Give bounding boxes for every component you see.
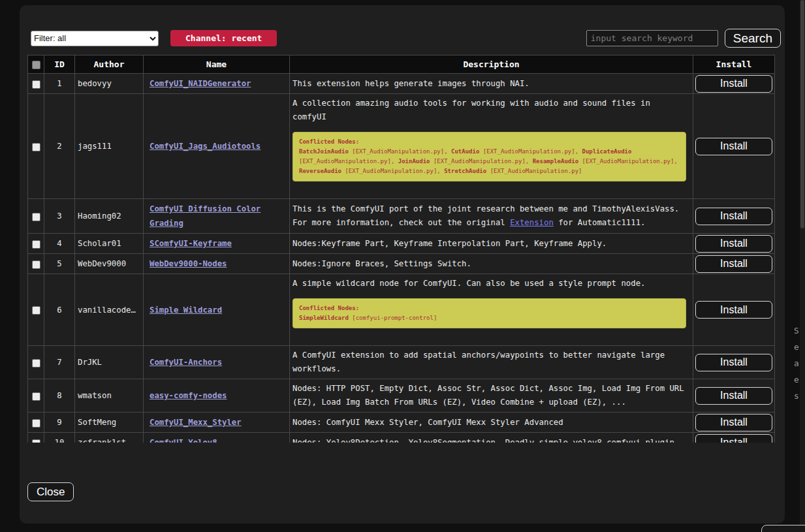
extension-name-link[interactable]: ComfyUI_Jags_Audiotools: [150, 142, 260, 151]
row-checkbox[interactable]: [32, 80, 40, 89]
row-install-cell: Install: [693, 379, 775, 413]
custom-nodes-table: ID Author Name Description Install 1bedo…: [27, 55, 775, 443]
extension-name-link[interactable]: ComfyUI Yolov8: [150, 438, 217, 443]
install-button[interactable]: Install: [695, 235, 772, 253]
conflicted-nodes-title: Conflicted Nodes:: [299, 304, 680, 313]
row-author: SoftMeng: [75, 413, 144, 433]
table-header-row: ID Author Name Description Install: [28, 55, 775, 74]
partial-hidden-button[interactable]: [761, 525, 805, 532]
row-description: A collection amazing audio tools for wor…: [290, 94, 693, 199]
conflicted-node-source: [comfyui-prompt-control]: [352, 315, 437, 321]
row-checkbox-cell: [28, 94, 44, 199]
row-checkbox[interactable]: [32, 439, 40, 443]
row-install-cell: Install: [693, 433, 775, 443]
conflicted-nodes-title: Conflicted Nodes:: [299, 137, 680, 147]
row-name-cell: Simple Wildcard: [144, 274, 290, 346]
row-checkbox[interactable]: [32, 143, 40, 151]
row-checkbox-cell: [28, 254, 44, 274]
install-button[interactable]: Install: [695, 138, 772, 155]
install-button[interactable]: Install: [695, 301, 772, 319]
extension-name-link[interactable]: easy-comfy-nodes: [150, 391, 227, 400]
extension-name-link[interactable]: Simple Wildcard: [150, 305, 222, 315]
conflicted-node-source: [EXT_AudioManipulation.py]: [345, 168, 437, 174]
row-install-cell: Install: [693, 234, 775, 254]
install-button[interactable]: Install: [695, 387, 772, 405]
row-checkbox[interactable]: [32, 260, 40, 269]
row-author: wmatson: [75, 379, 144, 413]
row-checkbox-cell: [28, 274, 44, 346]
row-name-cell: ComfyUI_Mexx_Styler: [144, 413, 290, 433]
extension-name-link[interactable]: WebDev9000-Nodes: [150, 259, 227, 268]
table-row: 2jags111ComfyUI_Jags_AudiotoolsA collect…: [28, 94, 775, 199]
conflicted-node-name: DuplicateAudio: [582, 148, 632, 155]
row-install-cell: Install: [693, 274, 775, 346]
row-name-cell: SComfyUI-Keyframe: [144, 234, 290, 254]
row-install-cell: Install: [693, 94, 775, 199]
row-id: 4: [44, 234, 75, 254]
nodes-table-container[interactable]: ID Author Name Description Install 1bedo…: [27, 55, 782, 443]
row-checkbox-cell: [28, 234, 44, 254]
conflicted-nodes-box: Conflicted Nodes:BatchJoinAudio [EXT_Aud…: [292, 132, 686, 181]
table-row: 10zcfrank1stComfyUI Yolov8Nodes: Yolov8D…: [28, 433, 775, 443]
row-author: jags111: [75, 94, 144, 199]
row-description: A simple wildcard node for ComfyUI. Can …: [290, 274, 693, 346]
row-description: Nodes:Ignore Braces, Settings Switch.: [290, 254, 693, 274]
row-checkbox[interactable]: [32, 419, 40, 428]
row-checkbox[interactable]: [32, 359, 40, 368]
description-link[interactable]: Extension: [510, 218, 554, 227]
conflicted-nodes-list: BatchJoinAudio [EXT_AudioManipulation.py…: [299, 147, 680, 176]
search-button[interactable]: Search: [725, 29, 781, 48]
row-id: 5: [44, 254, 75, 274]
install-button[interactable]: Install: [695, 255, 772, 273]
conflicted-node-name: ReverseAudio: [299, 168, 341, 174]
extension-name-link[interactable]: ComfyUI-Anchors: [150, 358, 222, 367]
install-button[interactable]: Install: [695, 208, 772, 225]
row-checkbox-cell: [28, 199, 44, 234]
row-author: bedovyy: [75, 74, 144, 94]
extension-name-link[interactable]: SComfyUI-Keyframe: [150, 239, 232, 248]
row-description: This extension helps generate images thr…: [290, 74, 693, 94]
row-checkbox-cell: [28, 346, 44, 379]
conflicted-node-source: [EXT_AudioManipulation.py]: [582, 158, 674, 164]
install-button[interactable]: Install: [695, 434, 772, 443]
row-checkbox-cell: [28, 74, 44, 94]
row-name-cell: WebDev9000-Nodes: [144, 254, 290, 274]
page-scrollbar[interactable]: [800, 0, 805, 532]
extension-name-link[interactable]: ComfyUI_Mexx_Styler: [150, 418, 242, 427]
extension-name-link[interactable]: ComfyUI Diffusion Color Grading: [150, 204, 260, 228]
col-header-id: ID: [44, 55, 75, 74]
table-row: 9SoftMengComfyUI_Mexx_StylerNodes: Comfy…: [28, 413, 775, 433]
row-id: 3: [44, 199, 75, 234]
extension-name-link[interactable]: ComfyUI_NAIDGenerator: [150, 79, 251, 88]
row-author: WebDev9000: [75, 254, 144, 274]
install-button[interactable]: Install: [695, 414, 772, 431]
row-id: 8: [44, 379, 75, 413]
table-body: 1bedovyyComfyUI_NAIDGeneratorThis extens…: [28, 74, 775, 443]
page-scrollbar-thumb[interactable]: [800, 0, 804, 228]
row-checkbox[interactable]: [32, 306, 40, 315]
row-checkbox[interactable]: [32, 240, 40, 249]
row-author: vanillacode314: [75, 274, 144, 346]
row-name-cell: ComfyUI_Jags_Audiotools: [144, 94, 290, 199]
row-description: Nodes: Yolov8Detection, Yolov8Segmentati…: [290, 433, 693, 443]
install-button[interactable]: Install: [695, 75, 772, 93]
search-input[interactable]: [586, 30, 718, 46]
table-row: 7DrJKLComfyUI-AnchorsA ComfyUI extension…: [28, 346, 775, 379]
row-install-cell: Install: [693, 74, 775, 94]
filter-select[interactable]: Filter: all: [31, 31, 159, 46]
col-header-author: Author: [75, 55, 144, 74]
row-checkbox[interactable]: [32, 213, 40, 221]
conflicted-node-source: [EXT_AudioManipulation.py]: [490, 168, 582, 174]
close-button[interactable]: Close: [27, 482, 74, 501]
install-button[interactable]: Install: [695, 354, 772, 371]
select-all-checkbox[interactable]: [32, 61, 40, 69]
table-row: 4Scholar01SComfyUI-KeyframeNodes:Keyfram…: [28, 234, 775, 254]
conflicted-node-name: BatchJoinAudio: [299, 148, 349, 155]
row-checkbox[interactable]: [32, 392, 40, 401]
row-name-cell: easy-comfy-nodes: [144, 379, 290, 413]
row-install-cell: Install: [693, 254, 775, 274]
row-id: 10: [44, 433, 75, 443]
row-author: Scholar01: [75, 234, 144, 254]
row-install-cell: Install: [693, 413, 775, 433]
row-name-cell: ComfyUI_NAIDGenerator: [144, 74, 290, 94]
